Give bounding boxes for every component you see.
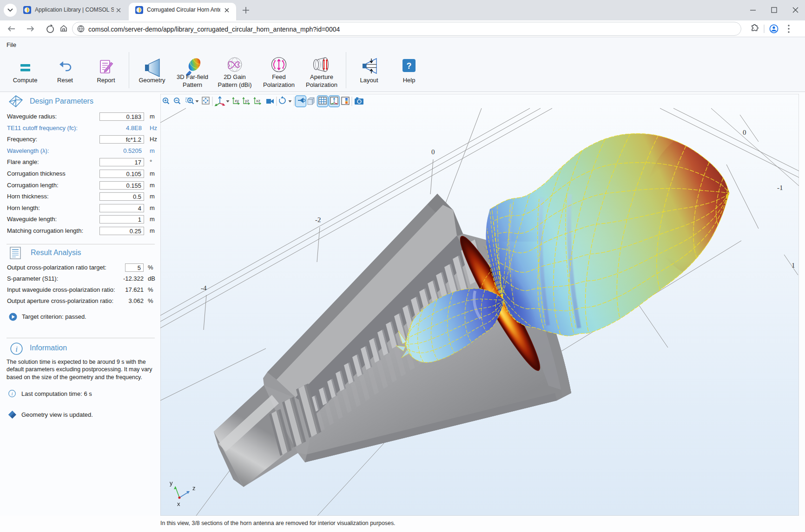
- svg-text:z: z: [192, 485, 196, 492]
- svg-text:-2: -2: [315, 216, 321, 223]
- svg-text:yz: yz: [245, 99, 250, 103]
- svg-text:0: 0: [431, 148, 435, 156]
- svg-text:i: i: [11, 391, 13, 396]
- svg-text:xz: xz: [256, 99, 261, 103]
- svg-text:x: x: [177, 500, 180, 507]
- svg-text:-4: -4: [201, 284, 207, 292]
- svg-text:0: 0: [743, 129, 746, 136]
- svg-text:1: 1: [792, 262, 795, 269]
- svg-text:i: i: [15, 345, 18, 354]
- svg-text:-1: -1: [777, 184, 783, 191]
- svg-text:?: ?: [407, 61, 412, 71]
- svg-text:xy: xy: [235, 99, 239, 103]
- svg-text:y: y: [170, 479, 173, 486]
